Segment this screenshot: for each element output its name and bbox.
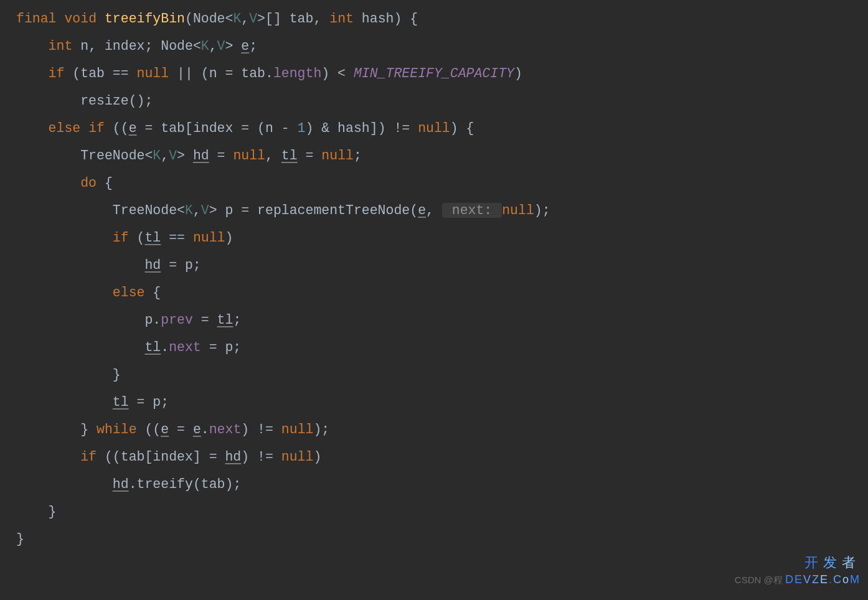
keyword-do: do: [80, 176, 97, 190]
code-line[interactable]: TreeNode<K,V> hd = null, tl = null;: [0, 142, 868, 169]
brand-char: E: [820, 573, 829, 586]
type-node: Node: [193, 11, 225, 26]
code-line[interactable]: TreeNode<K,V> p = replacementTreeNode(e,…: [0, 197, 868, 224]
keyword-while: while: [97, 422, 137, 437]
var-tl: tl: [144, 230, 161, 245]
var-e: e: [129, 121, 137, 136]
text: .: [129, 477, 137, 492]
text: = p;: [201, 340, 242, 355]
punct: ,: [209, 39, 217, 54]
code-line[interactable]: else {: [0, 279, 868, 306]
brand-char: Z: [812, 573, 820, 586]
var-hd: hd: [193, 148, 209, 163]
code-line[interactable]: } while ((e = e.next) != null);: [0, 416, 868, 443]
text: >: [225, 39, 242, 54]
text: ) !=: [241, 449, 281, 464]
keyword-if: if: [113, 230, 129, 245]
code-line[interactable]: tl.next = p;: [0, 334, 868, 361]
text: ): [313, 449, 321, 464]
text: p.: [144, 312, 161, 327]
type-param: V: [249, 11, 257, 26]
text: ) <: [321, 66, 354, 81]
type-treenode: TreeNode: [113, 203, 177, 218]
brand-char: .: [829, 573, 833, 586]
code-line[interactable]: do {: [0, 169, 868, 197]
var-hd: hd: [144, 258, 161, 273]
text: =: [169, 422, 193, 437]
text: = p;: [129, 395, 169, 410]
brace: {: [97, 176, 113, 190]
number: 1: [298, 121, 306, 136]
punct: <: [144, 148, 153, 163]
keyword-int: int: [49, 39, 73, 54]
watermark-csdn: CSDN @程: [735, 574, 783, 585]
var-e: e: [161, 422, 169, 437]
field-next: next: [169, 340, 201, 355]
code-line[interactable]: resize();: [0, 87, 868, 115]
code-line[interactable]: if ((tab[index] = hd) != null): [0, 443, 868, 471]
field-length: length: [273, 66, 321, 81]
punct: ;: [249, 39, 257, 54]
var-tl: tl: [217, 312, 234, 327]
field-next: next: [209, 422, 242, 437]
punct: ,: [193, 203, 201, 218]
code-line[interactable]: hd.treeify(tab);: [0, 471, 868, 498]
method-call: resize: [80, 93, 128, 108]
text: =: [193, 312, 217, 327]
text: );: [313, 422, 329, 437]
text: n, index;: [72, 39, 161, 54]
brand-char: C: [833, 573, 842, 586]
type-param: K: [201, 39, 209, 54]
var-hd: hd: [225, 449, 241, 464]
text: >: [177, 148, 193, 163]
code-line[interactable]: }: [0, 525, 868, 553]
text: =: [209, 148, 234, 163]
text: (tab);: [193, 477, 241, 492]
field-prev: prev: [161, 312, 193, 327]
keyword-null: null: [281, 449, 314, 464]
text: ) !=: [241, 422, 281, 437]
text: ,: [426, 203, 442, 218]
text: ==: [161, 230, 193, 245]
brace: {: [144, 285, 161, 300]
text: ) {: [450, 121, 474, 136]
text: =: [298, 148, 322, 163]
code-editor[interactable]: final void treeifyBin(Node<K,V>[] tab, i…: [0, 0, 868, 600]
code-line[interactable]: p.prev = tl;: [0, 306, 868, 334]
punct: ;: [233, 312, 241, 327]
text: ();: [129, 93, 153, 108]
text: ((tab[index] =: [97, 449, 225, 464]
text: hash) {: [354, 11, 418, 26]
brand-char: o: [842, 573, 850, 586]
text: = tab[index = (n -: [137, 121, 298, 136]
type-param: K: [153, 148, 161, 163]
code-line[interactable]: hd = p;: [0, 251, 868, 279]
punct: ,: [241, 11, 249, 26]
keyword-else: else: [113, 285, 145, 300]
watermark-brand: DEVZE.CoM: [785, 573, 861, 586]
text: [] tab,: [265, 11, 329, 26]
code-line[interactable]: else if ((e = tab[index = (n - 1) & hash…: [0, 115, 868, 142]
hint-label: next:: [444, 203, 500, 218]
punct: ,: [161, 148, 169, 163]
text: > p = replacementTreeNode(: [209, 203, 418, 218]
code-line[interactable]: if (tab == null || (n = tab.length) < MI…: [0, 60, 868, 87]
code-line[interactable]: tl = p;: [0, 388, 868, 416]
code-line[interactable]: }: [0, 361, 868, 388]
type-param: V: [217, 39, 225, 54]
keyword-if: if: [80, 449, 97, 464]
text: .: [161, 340, 169, 355]
type-param: V: [201, 203, 209, 218]
keyword-if: if: [88, 121, 105, 136]
punct: ;: [354, 148, 362, 163]
code-line[interactable]: final void treeifyBin(Node<K,V>[] tab, i…: [0, 5, 868, 32]
keyword-void: void: [64, 11, 97, 26]
code-line[interactable]: }: [0, 498, 868, 525]
text: (: [129, 230, 145, 245]
punct: <: [225, 11, 233, 26]
text: ((: [137, 422, 161, 437]
text: || (n = tab.: [169, 66, 273, 81]
code-line[interactable]: if (tl == null): [0, 224, 868, 251]
code-line[interactable]: int n, index; Node<K,V> e;: [0, 32, 868, 60]
keyword-null: null: [281, 422, 314, 437]
